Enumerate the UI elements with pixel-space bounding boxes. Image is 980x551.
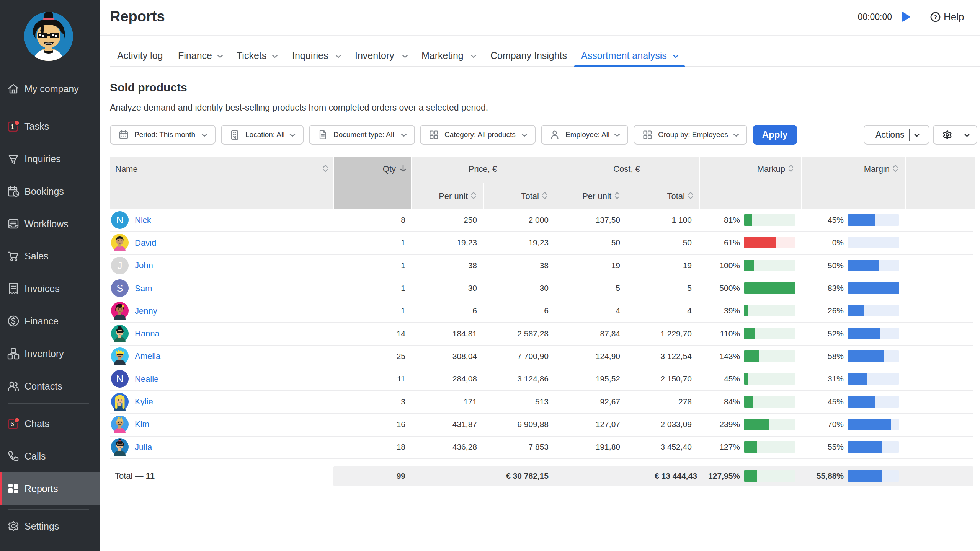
svg-text:N: N [116,373,124,385]
svg-text:6: 6 [10,421,14,428]
svg-text:1: 1 [10,123,14,130]
svg-text:N: N [116,214,124,226]
svg-text:J: J [118,260,122,271]
svg-text:?: ? [934,14,937,20]
svg-text:S: S [116,282,123,294]
